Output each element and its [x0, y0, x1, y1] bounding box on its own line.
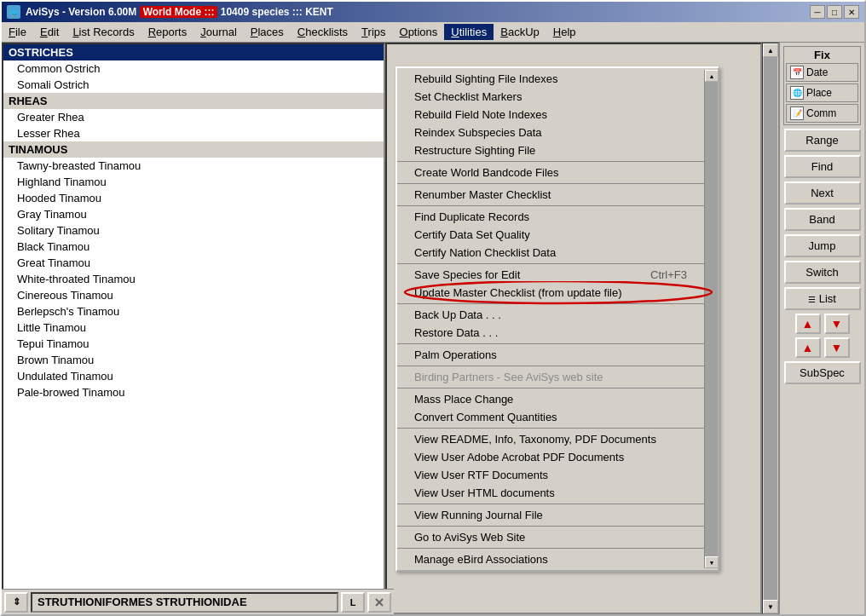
dropdown-find-duplicate[interactable]: Find Duplicate Records [397, 208, 704, 226]
range-button[interactable]: Range [784, 129, 861, 152]
group-header-tinamous[interactable]: TINAMOUS [3, 141, 384, 158]
scroll-track[interactable] [764, 57, 777, 600]
dropdown-view-journal[interactable]: View Running Journal File [397, 506, 704, 524]
menu-checklists[interactable]: Checklists [291, 24, 355, 40]
species-brown-tinamou[interactable]: Brown Tinamou [3, 352, 384, 368]
arrow-group-1: ▲ ▼ [795, 314, 850, 334]
species-hooded-tinamou[interactable]: Hooded Tinamou [3, 190, 384, 206]
place-icon: 🌐 [790, 86, 804, 100]
species-pale-browed-tinamou[interactable]: Pale-browed Tinamou [3, 384, 384, 400]
dropdown-scroll-down[interactable]: ▼ [705, 556, 719, 568]
place-button[interactable]: 🌐 Place [786, 83, 858, 102]
dropdown-renumber[interactable]: Renumber Master Checklist [397, 186, 704, 204]
dropdown-backup-data[interactable]: Back Up Data . . . [397, 306, 704, 324]
dropdown-goto-web[interactable]: Go to AviSys Web Site [397, 528, 704, 546]
dropdown-rebuild-sighting[interactable]: Rebuild Sighting File Indexes [397, 70, 704, 88]
minimize-button[interactable]: ─ [810, 5, 825, 19]
dropdown-view-html[interactable]: View User HTML documents [397, 484, 704, 502]
species-common-ostrich[interactable]: Common Ostrich [3, 60, 384, 77]
dropdown-create-world[interactable]: Create World Bandcode Files [397, 164, 704, 181]
menu-journal[interactable]: Journal [193, 24, 244, 40]
list-label: List [819, 292, 836, 305]
menu-edit[interactable]: Edit [33, 24, 66, 40]
species-cinereous-tinamou[interactable]: Cinereous Tinamou [3, 287, 384, 303]
dropdown-rebuild-field[interactable]: Rebuild Field Note Indexes [397, 106, 704, 124]
sep-3 [397, 205, 704, 206]
down-arrow-1[interactable]: ▼ [824, 314, 850, 334]
status-close-btn[interactable] [367, 592, 391, 613]
dropdown-mass-place[interactable]: Mass Place Change [397, 390, 704, 408]
species-great-tinamou[interactable]: Great Tinamou [3, 255, 384, 271]
find-button[interactable]: Find [784, 155, 861, 178]
app-window: 🐦 AviSys - Version 6.00M World Mode ::: … [0, 0, 866, 616]
subspecies-button[interactable]: SubSpec [784, 361, 861, 384]
dropdown-update-master[interactable]: Update Master Checklist (from update fil… [397, 284, 704, 302]
status-updown-btn[interactable]: ⇕ [4, 592, 28, 613]
menu-places[interactable]: Places [244, 24, 291, 40]
species-white-throated-tinamou[interactable]: White-throated Tinamou [3, 271, 384, 287]
menu-backup[interactable]: BackUp [494, 24, 546, 40]
status-l-btn[interactable]: L [341, 592, 365, 613]
app-name: AviSys - Version 6.00M [26, 6, 136, 18]
date-icon: 📅 [790, 66, 804, 79]
sep-12 [397, 548, 704, 549]
scroll-up-btn[interactable]: ▲ [763, 43, 778, 57]
species-greater-rhea[interactable]: Greater Rhea [3, 109, 384, 125]
dropdown-restructure[interactable]: Restructure Sighting File [397, 141, 704, 159]
dropdown-view-rtf[interactable]: View User RTF Documents [397, 466, 704, 484]
menu-help[interactable]: Help [546, 24, 583, 40]
menu-file[interactable]: File [2, 24, 33, 40]
dropdown-set-checklist[interactable]: Set Checklist Markers [397, 88, 704, 106]
up-arrow-2[interactable]: ▲ [795, 337, 821, 358]
species-undulated-tinamou[interactable]: Undulated Tinamou [3, 368, 384, 384]
species-little-tinamou[interactable]: Little Tinamou [3, 320, 384, 336]
sep-5 [397, 303, 704, 304]
menu-trips[interactable]: Trips [355, 24, 392, 40]
band-button[interactable]: Band [784, 208, 861, 231]
species-berlepsch-tinamou[interactable]: Berlepsch's Tinamou [3, 303, 384, 320]
menu-options[interactable]: Options [393, 24, 445, 40]
dropdown-view-readme[interactable]: View README, Info, Taxonomy, PDF Documen… [397, 430, 704, 448]
up-arrow-1[interactable]: ▲ [795, 314, 821, 334]
dropdown-certify-nation[interactable]: Certify Nation Checklist Data [397, 244, 704, 262]
arrow-group-2: ▲ ▼ [795, 337, 850, 358]
species-tepui-tinamou[interactable]: Tepui Tinamou [3, 336, 384, 352]
dropdown-scroll-up[interactable]: ▲ [705, 70, 719, 82]
species-solitary-tinamou[interactable]: Solitary Tinamou [3, 222, 384, 239]
app-title: AviSys - Version 6.00M World Mode ::: 10… [26, 6, 333, 18]
species-gray-tinamou[interactable]: Gray Tinamou [3, 206, 384, 222]
dropdown-items-container: Rebuild Sighting File Indexes Set Checkl… [397, 70, 704, 568]
dropdown-palm-ops[interactable]: Palm Operations [397, 346, 704, 364]
menu-list-records[interactable]: List Records [66, 24, 141, 40]
dropdown-scrollbar[interactable]: ▲ ▼ [704, 70, 718, 568]
species-highland-tinamou[interactable]: Highland Tinamou [3, 174, 384, 190]
dropdown-restore-data[interactable]: Restore Data . . . [397, 324, 704, 342]
dropdown-certify-quality[interactable]: Certify Data Set Quality [397, 226, 704, 244]
dropdown-view-acrobat[interactable]: View User Adobe Acrobat PDF Documents [397, 448, 704, 466]
comm-button[interactable]: 📝 Comm [786, 104, 858, 123]
jump-button[interactable]: Jump [784, 234, 861, 257]
dropdown-convert-comment[interactable]: Convert Comment Quantities [397, 408, 704, 426]
down-arrow-2[interactable]: ▼ [824, 337, 850, 358]
group-header-rheas[interactable]: RHEAS [3, 93, 384, 109]
menu-reports[interactable]: Reports [141, 24, 194, 40]
menu-utilities[interactable]: Utilities [444, 24, 494, 40]
species-black-tinamou[interactable]: Black Tinamou [3, 239, 384, 255]
species-panel[interactable]: OSTRICHES Common Ostrich Somali Ostrich … [2, 43, 385, 614]
maximize-button[interactable]: □ [827, 5, 842, 19]
group-header-ostriches[interactable]: OSTRICHES [3, 44, 384, 60]
switch-button[interactable]: Switch [784, 261, 861, 284]
next-button[interactable]: Next [784, 181, 861, 204]
dropdown-reindex-subsp[interactable]: Reindex Subspecies Data [397, 124, 704, 141]
list-scrollbar[interactable]: ▲ ▼ [762, 43, 779, 614]
scroll-down-btn[interactable]: ▼ [763, 600, 778, 613]
date-button[interactable]: 📅 Date [786, 63, 858, 82]
dropdown-manage-ebird[interactable]: Manage eBird Associations [397, 550, 704, 568]
list-button[interactable]: ☰ List [784, 287, 861, 310]
species-lesser-rhea[interactable]: Lesser Rhea [3, 125, 384, 141]
dropdown-save-species[interactable]: Save Species for Edit Ctrl+F3 [397, 266, 704, 284]
close-button[interactable]: ✕ [844, 5, 859, 19]
species-somali-ostrich[interactable]: Somali Ostrich [3, 77, 384, 93]
dropdown-scroll-track[interactable] [705, 82, 718, 556]
species-tawny-tinamou[interactable]: Tawny-breasted Tinamou [3, 158, 384, 174]
